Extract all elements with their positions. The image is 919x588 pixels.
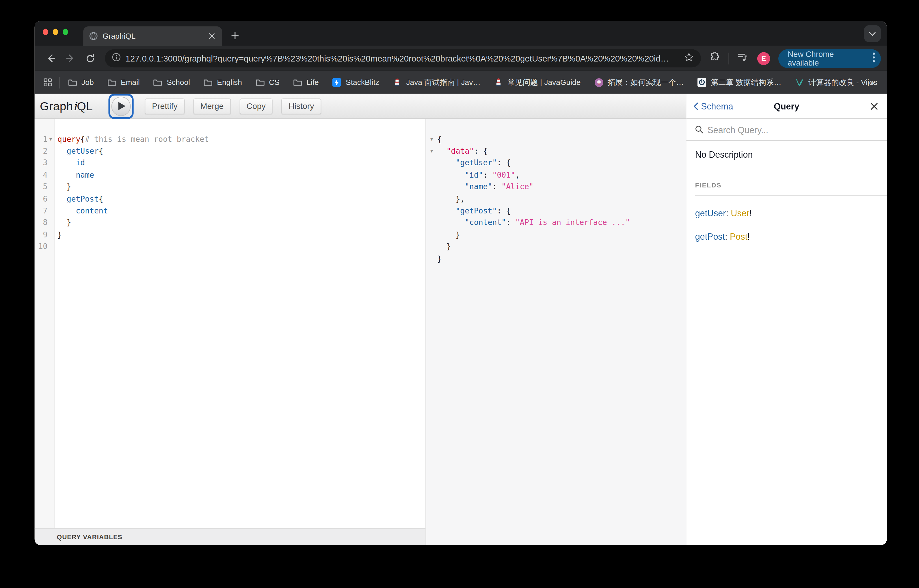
bookmark-item[interactable]: 计算器的改良 - Vijos xyxy=(795,77,877,88)
back-icon[interactable] xyxy=(40,48,60,68)
update-chrome-label: New Chrome available xyxy=(788,49,867,67)
line-number: 8 xyxy=(35,216,54,228)
lighthouse-icon xyxy=(393,78,402,87)
query-editor-pane: 1▼2345678910 query{# this is mean root b… xyxy=(35,119,426,545)
fullscreen-window-button[interactable] xyxy=(63,29,68,35)
copy-button[interactable]: Copy xyxy=(239,98,273,114)
response-line: "name": "Alice" xyxy=(426,181,686,193)
minimize-window-button[interactable] xyxy=(53,29,58,35)
bookmarks-overflow-chevron[interactable]: » xyxy=(870,78,874,87)
fold-marker-icon[interactable]: ▼ xyxy=(426,136,437,142)
query-code-line[interactable]: name xyxy=(58,169,425,181)
query-code-line[interactable]: getPost{ xyxy=(58,193,425,205)
bookmarks-bar: JobEmailSchoolEnglishCSLifeStackBlitzJav… xyxy=(35,71,887,94)
doc-field-type-link[interactable]: Post xyxy=(730,232,748,241)
doc-field-type-link[interactable]: User xyxy=(731,208,749,218)
query-code-line[interactable]: content xyxy=(58,205,425,216)
query-code[interactable]: query{# this is mean root bracket getUse… xyxy=(55,119,426,528)
apps-grid-icon[interactable] xyxy=(43,78,52,87)
seal-icon xyxy=(594,78,603,87)
folder-icon xyxy=(153,78,163,87)
prettify-button[interactable]: Prettify xyxy=(145,98,184,114)
bookmark-item[interactable]: StackBlitz xyxy=(332,78,379,87)
doc-close-icon[interactable] xyxy=(869,101,878,111)
doc-fields-header: FIELDS xyxy=(695,182,878,189)
doc-field-name-link[interactable]: getPost xyxy=(695,232,725,241)
close-window-button[interactable] xyxy=(43,29,48,35)
profile-avatar[interactable]: E xyxy=(757,52,770,65)
bookmark-item[interactable]: Job xyxy=(68,78,94,87)
query-code-line[interactable] xyxy=(58,241,425,252)
query-code-line[interactable]: getUser{ xyxy=(58,145,425,157)
doc-body: No Description FIELDS getUser: User!getP… xyxy=(686,141,887,252)
bookmark-item[interactable]: 第二章 数据结构系… xyxy=(697,77,781,88)
doc-field-name-link[interactable]: getUser xyxy=(695,208,726,218)
query-variables-bar[interactable]: QUERY VARIABLES xyxy=(35,528,426,545)
doc-search-input[interactable] xyxy=(707,124,878,134)
url-text: 127.0.0.1:3000/graphql?query=query%7B%23… xyxy=(125,54,680,63)
bookmark-label: 第二章 数据结构系… xyxy=(711,77,782,88)
bookmark-label: 常见问题 | JavaGuide xyxy=(507,77,580,88)
tab-strip: GraphiQL xyxy=(35,21,887,46)
bookmark-item[interactable]: English xyxy=(204,78,242,87)
bookmark-item[interactable]: Java 面试指南 | Jav… xyxy=(393,77,481,88)
forward-icon[interactable] xyxy=(60,48,80,68)
line-number: 4 xyxy=(35,169,54,181)
reload-icon[interactable] xyxy=(80,48,100,68)
bookmarks-divider xyxy=(59,76,60,88)
doc-fields-divider xyxy=(695,195,887,196)
power-icon xyxy=(697,78,706,87)
tab-search-button[interactable] xyxy=(864,25,881,42)
query-code-line[interactable]: query{# this is mean root bracket xyxy=(58,133,425,145)
query-variables-title: QUERY VARIABLES xyxy=(57,533,123,540)
bookmark-star-icon[interactable] xyxy=(684,52,694,65)
bookmark-item[interactable]: CS xyxy=(255,78,279,87)
media-controls-icon[interactable] xyxy=(737,52,749,65)
bookmark-label: CS xyxy=(269,78,279,87)
new-tab-icon[interactable] xyxy=(229,31,240,41)
bookmark-item[interactable]: 常见问题 | JavaGuide xyxy=(494,77,581,88)
graphiql-app: GraphiQL PrettifyMergeCopyHistory 1▼2345… xyxy=(35,94,887,545)
query-code-line[interactable]: } xyxy=(58,216,425,228)
query-editor[interactable]: 1▼2345678910 query{# this is mean root b… xyxy=(35,119,426,528)
graphiql-logo: GraphiQL xyxy=(40,99,93,113)
response-line: } xyxy=(426,241,686,252)
response-line: } xyxy=(426,229,686,241)
bookmark-label: 计算器的改良 - Vijos xyxy=(808,77,877,88)
bookmark-item[interactable]: Life xyxy=(293,78,319,87)
bookmark-label: Email xyxy=(121,78,140,87)
bookmark-item[interactable]: 拓展：如何实现一个… xyxy=(594,77,683,88)
browser-tab[interactable]: GraphiQL xyxy=(83,26,222,46)
line-number: 6 xyxy=(35,193,54,205)
site-info-icon[interactable] xyxy=(112,53,121,64)
history-button[interactable]: History xyxy=(282,98,321,114)
bookmark-item[interactable]: School xyxy=(153,78,190,87)
doc-field-row: getUser: User! xyxy=(695,207,878,219)
extensions-icon[interactable] xyxy=(709,52,720,65)
bookmark-label: StackBlitz xyxy=(346,78,379,87)
play-icon xyxy=(119,102,126,110)
query-code-line[interactable]: } xyxy=(58,229,425,241)
screen: GraphiQL xyxy=(0,0,919,588)
update-chrome-button[interactable]: New Chrome available xyxy=(778,49,881,68)
address-bar[interactable]: 127.0.0.1:3000/graphql?query=query%7B%23… xyxy=(105,49,701,67)
doc-no-description: No Description xyxy=(695,149,878,159)
query-code-line[interactable]: id xyxy=(58,157,425,169)
tab-close-icon[interactable] xyxy=(207,31,216,41)
query-code-line[interactable]: } xyxy=(58,181,425,193)
folder-icon xyxy=(204,78,213,87)
doc-field-bang: ! xyxy=(748,232,750,241)
folder-icon xyxy=(255,78,265,87)
doc-back-link[interactable]: Schema xyxy=(693,101,733,111)
doc-field-row: getPost: Post! xyxy=(695,231,878,243)
fold-marker-icon[interactable]: ▼ xyxy=(426,149,437,153)
fold-marker-icon[interactable]: ▼ xyxy=(47,136,54,142)
doc-explorer-title: Query xyxy=(774,101,799,111)
doc-search-box xyxy=(686,119,887,141)
execute-query-button[interactable] xyxy=(111,97,131,116)
bookmark-item[interactable]: Email xyxy=(107,78,140,87)
browser-menu-kebab-icon[interactable] xyxy=(873,52,875,65)
response-line: }, xyxy=(426,193,686,205)
merge-button[interactable]: Merge xyxy=(193,98,231,114)
chevron-left-icon xyxy=(693,102,699,110)
